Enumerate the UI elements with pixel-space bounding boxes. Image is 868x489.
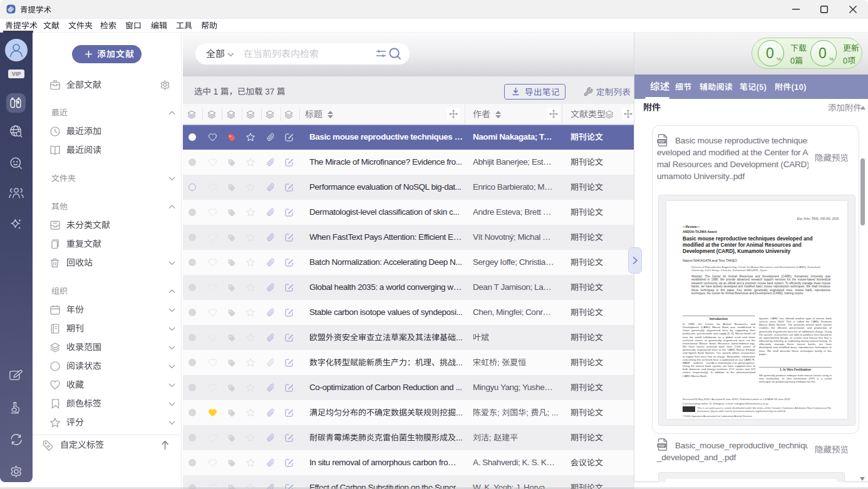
svg-text:PDF: PDF <box>658 140 665 143</box>
svg-text:PDF: PDF <box>658 444 665 448</box>
